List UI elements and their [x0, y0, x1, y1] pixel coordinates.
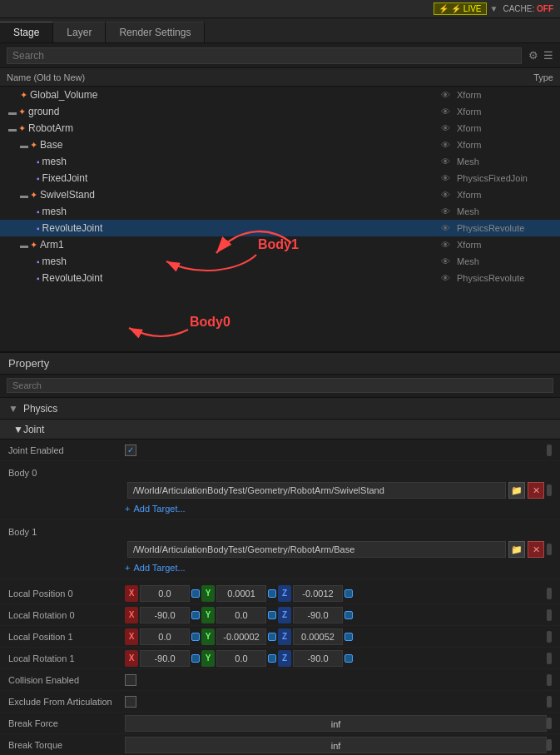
rot0-y-input[interactable]: [216, 607, 266, 623]
rot0-x-dot: [191, 611, 200, 619]
pos1-x-input[interactable]: [140, 628, 190, 645]
cube-icon: ▪: [37, 274, 40, 283]
tree-item[interactable]: ▬ ✦ ground 👁 Xform: [0, 103, 560, 120]
z-axis-label: Z: [278, 650, 291, 667]
eye-icon[interactable]: 👁: [441, 107, 450, 117]
body0-add-target-btn[interactable]: + Add Target...: [125, 504, 186, 514]
tree-item[interactable]: ▬ ✦ Arm1 👁 Xform: [0, 236, 560, 253]
pos1-y-input[interactable]: [216, 628, 266, 645]
body1-path-input[interactable]: [127, 541, 506, 558]
body1-add-target-btn[interactable]: + Add Target...: [125, 563, 186, 573]
item-label: ground: [28, 106, 59, 117]
physics-section-header[interactable]: ▼ Physics: [0, 398, 560, 420]
xform-icon: ✦: [20, 90, 27, 101]
break-torque-field[interactable]: inf: [125, 737, 547, 753]
rot1-x-input[interactable]: [140, 650, 190, 667]
dropdown-arrow[interactable]: ▼: [490, 4, 498, 13]
tab-render-settings[interactable]: Render Settings: [106, 22, 205, 42]
break-force-row: Break Force inf: [0, 713, 560, 734]
xform-icon: ✦: [30, 190, 37, 201]
tree-item-selected[interactable]: ▪ RevoluteJoint 👁 PhysicsRevolute: [0, 220, 560, 236]
tree-item[interactable]: ▪ mesh 👁 Mesh: [0, 203, 560, 220]
collapse-btn[interactable]: ▬: [20, 241, 28, 250]
collapse-btn[interactable]: ▬: [8, 124, 17, 133]
rot0-x-input[interactable]: [140, 607, 190, 623]
body1-clear-btn[interactable]: ✕: [528, 541, 544, 558]
tree-item[interactable]: ▬ ✦ RobotArm 👁 Xform: [0, 120, 560, 137]
eye-icon[interactable]: 👁: [441, 90, 450, 100]
pos0-x-input[interactable]: [140, 585, 190, 602]
z-axis-label: Z: [278, 607, 291, 623]
tree-item[interactable]: ▪ FixedJoint 👁 PhysicsFixedJoin: [0, 170, 560, 186]
property-search-input[interactable]: [7, 378, 553, 393]
tree-item[interactable]: ▬ ✦ Base 👁 Xform: [0, 137, 560, 153]
property-header: Property: [0, 351, 560, 375]
pos0-z-dot: [344, 589, 353, 598]
svg-text:Body0: Body0: [190, 315, 230, 329]
joint-enabled-checkbox[interactable]: [125, 445, 136, 456]
local-rot1-value: X Y Z: [125, 650, 547, 667]
tab-stage[interactable]: Stage: [0, 22, 53, 42]
local-rot0-row: Local Rotation 0 X Y Z: [0, 604, 560, 626]
eye-icon[interactable]: 👁: [441, 156, 450, 166]
pos1-drag: [547, 631, 552, 643]
prop-search: [0, 375, 560, 398]
tree-item[interactable]: ▪ RevoluteJoint 👁 PhysicsRevolute: [0, 270, 560, 286]
joint-enabled-row: Joint Enabled: [0, 440, 560, 461]
menu-icon[interactable]: ☰: [543, 49, 553, 62]
joint-enabled-drag: [547, 445, 552, 456]
tree-item[interactable]: ▬ ✦ SwivelStand 👁 Xform: [0, 186, 560, 203]
break-force-value: inf: [125, 715, 547, 732]
tree-item[interactable]: ✦ Global_Volume 👁 Xform: [0, 87, 560, 103]
z-axis-label: Z: [278, 585, 291, 602]
body1-folder-btn[interactable]: 📁: [508, 541, 525, 558]
joint-section-header[interactable]: ▼ Joint: [0, 420, 560, 440]
eye-icon[interactable]: 👁: [441, 256, 450, 266]
rot1-z-input[interactable]: [293, 650, 343, 667]
item-label: mesh: [42, 256, 67, 267]
item-label: Arm1: [40, 239, 64, 251]
eye-icon[interactable]: 👁: [441, 123, 450, 133]
collapse-btn[interactable]: ▬: [20, 141, 28, 150]
pos0-y-input[interactable]: [216, 585, 266, 602]
property-panel: Property ▼ Physics ▼ Joint Joint Enabled…: [0, 351, 560, 755]
eye-icon[interactable]: 👁: [441, 190, 450, 200]
xform-icon: ✦: [18, 123, 26, 134]
body1-label: Body 1: [8, 527, 125, 537]
eye-icon[interactable]: 👁: [441, 223, 450, 233]
type-label: Xform: [457, 90, 557, 100]
collision-enabled-checkbox[interactable]: [125, 674, 136, 686]
y-axis-label: Y: [201, 628, 215, 645]
type-label: Xform: [457, 107, 557, 117]
rot0-z-input[interactable]: [293, 607, 343, 623]
body0-folder-btn[interactable]: 📁: [508, 482, 525, 499]
pos1-z-input[interactable]: [293, 628, 343, 645]
type-label: Xform: [457, 190, 557, 200]
tree-item[interactable]: ▪ mesh 👁 Mesh: [0, 253, 560, 270]
eye-icon[interactable]: 👁: [441, 240, 450, 250]
body0-path-input[interactable]: [127, 482, 506, 499]
rot1-y-input[interactable]: [216, 650, 266, 667]
tree-item[interactable]: ▪ mesh 👁 Mesh: [0, 153, 560, 170]
local-pos0-label: Local Position 0: [8, 589, 125, 599]
eye-icon[interactable]: 👁: [441, 173, 450, 183]
local-pos0-value: X Y Z: [125, 585, 547, 602]
physics-label: Physics: [23, 403, 57, 415]
collapse-btn[interactable]: ▬: [20, 191, 28, 200]
collapse-btn[interactable]: ▬: [8, 107, 17, 117]
exclude-articulation-checkbox[interactable]: [125, 696, 136, 708]
body0-clear-btn[interactable]: ✕: [528, 482, 544, 499]
cube-icon: ▪: [37, 207, 40, 216]
eye-icon[interactable]: 👁: [441, 273, 450, 283]
item-label: RevoluteJoint: [42, 272, 103, 284]
type-column-header: Type: [533, 72, 553, 82]
type-label: Xform: [457, 240, 557, 250]
stage-search-input[interactable]: [7, 47, 522, 64]
eye-icon[interactable]: 👁: [441, 140, 450, 150]
eye-icon[interactable]: 👁: [441, 206, 450, 216]
filter-icon[interactable]: ⚙: [528, 49, 538, 62]
tab-layer[interactable]: Layer: [53, 22, 106, 42]
break-force-field[interactable]: inf: [125, 715, 547, 732]
break-force-label: Break Force: [8, 718, 125, 728]
pos0-z-input[interactable]: [293, 585, 343, 602]
